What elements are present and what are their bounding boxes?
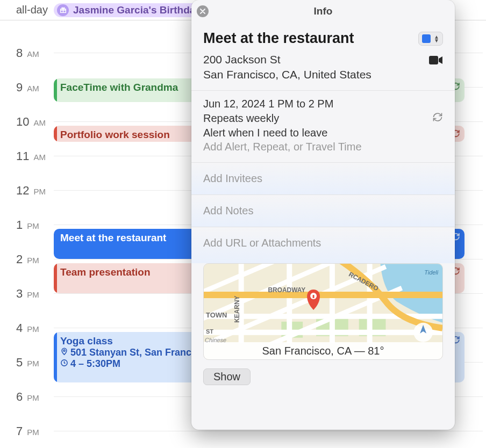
event-repeat[interactable]: Repeats weekly bbox=[203, 112, 279, 125]
add-notes-placeholder: Add Notes bbox=[203, 198, 443, 223]
add-invitees-placeholder: Add Invitees bbox=[203, 166, 443, 191]
gift-icon bbox=[57, 4, 69, 16]
hour-7pm: 7 PM bbox=[16, 424, 39, 438]
add-url-placeholder: Add URL or Attachments bbox=[203, 230, 443, 256]
all-day-label: all-day bbox=[16, 4, 54, 16]
event-title: FaceTime with Grandma bbox=[60, 82, 178, 93]
event-time: 4 – 5:30PM bbox=[70, 358, 120, 370]
calendar-color-swatch bbox=[422, 34, 431, 43]
event-title: Meet at the restaurant bbox=[60, 232, 166, 243]
event-date-time[interactable]: Jun 12, 2024 1 PM to 2 PM bbox=[203, 98, 333, 110]
clock-icon bbox=[60, 358, 68, 370]
popover-header: Info bbox=[191, 0, 455, 23]
event-title: Portfolio work session bbox=[60, 129, 170, 140]
hour-4pm: 4 PM bbox=[16, 321, 39, 335]
event-title: Yoga class bbox=[60, 335, 113, 346]
hour-10am: 10 AM bbox=[16, 115, 46, 129]
event-title-section: Meet at the restaurant ▲▼ 200 Jackson St… bbox=[191, 23, 455, 90]
hour-8am: 8 AM bbox=[16, 46, 39, 60]
calendar-picker[interactable]: ▲▼ bbox=[418, 32, 443, 46]
allday-event-title: Jasmine Garcia's Birthday bbox=[73, 4, 201, 16]
location-map[interactable]: BROADWAY KEARNY RCADERO TOWN ST Chinese … bbox=[203, 263, 443, 360]
repeat-icon bbox=[432, 112, 443, 125]
hour-6pm: 6 PM bbox=[16, 390, 39, 404]
svg-point-1 bbox=[63, 350, 65, 351]
popover-title-label: Info bbox=[314, 5, 333, 17]
url-attachments-section[interactable]: Add URL or Attachments bbox=[191, 227, 455, 263]
add-alert-placeholder[interactable]: Add Alert, Repeat, or Travel Time bbox=[203, 141, 362, 153]
event-location-line1[interactable]: 200 Jackson St bbox=[203, 52, 371, 67]
event-location-line2[interactable]: San Francisco, CA, United States bbox=[203, 67, 371, 82]
hour-2pm: 2 PM bbox=[16, 252, 39, 266]
allday-event-birthday[interactable]: Jasmine Garcia's Birthday bbox=[54, 3, 209, 17]
svg-text:TOWN: TOWN bbox=[206, 311, 227, 319]
svg-text:KEARNY: KEARNY bbox=[233, 295, 241, 322]
map-pin-icon bbox=[60, 347, 68, 358]
svg-rect-28 bbox=[313, 295, 315, 298]
event-title: Team presentation bbox=[60, 266, 151, 278]
hour-5pm: 5 PM bbox=[16, 356, 39, 370]
svg-text:Tideli: Tideli bbox=[424, 269, 439, 276]
svg-text:BROADWAY: BROADWAY bbox=[268, 286, 305, 294]
show-button[interactable]: Show bbox=[203, 368, 251, 385]
event-info-popover: Info Meet at the restaurant ▲▼ 200 Jacks… bbox=[191, 0, 455, 430]
hour-9am: 9 AM bbox=[16, 81, 39, 95]
event-title-input[interactable]: Meet at the restaurant bbox=[203, 30, 354, 47]
event-location: 501 Stanyan St, San Francisco bbox=[70, 347, 211, 358]
close-icon[interactable] bbox=[197, 5, 209, 17]
chevron-updown-icon: ▲▼ bbox=[434, 35, 439, 42]
hour-1pm: 1 PM bbox=[16, 218, 39, 232]
svg-rect-3 bbox=[429, 56, 438, 64]
calendar-day-view: all-day Jasmine Garcia's Birthday 8 AM 9… bbox=[0, 0, 486, 448]
hour-3pm: 3 PM bbox=[16, 287, 39, 301]
event-alert[interactable]: Alert when I need to leave bbox=[203, 127, 327, 139]
svg-text:ST: ST bbox=[206, 328, 213, 334]
hour-12pm: 12 PM bbox=[16, 184, 46, 198]
hour-11am: 11 AM bbox=[16, 149, 46, 163]
video-icon[interactable] bbox=[429, 53, 443, 70]
invitees-section[interactable]: Add Invitees bbox=[191, 162, 455, 194]
event-datetime-section: Jun 12, 2024 1 PM to 2 PM Repeats weekly… bbox=[191, 90, 455, 162]
notes-section[interactable]: Add Notes bbox=[191, 194, 455, 227]
map-weather-caption: San Francisco, CA — 81° bbox=[204, 342, 442, 359]
map-svg: BROADWAY KEARNY RCADERO TOWN ST Chinese … bbox=[204, 264, 442, 343]
